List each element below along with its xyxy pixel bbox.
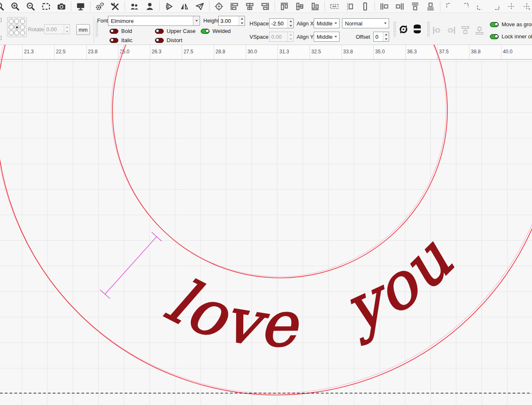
ruler-label: 32.5 (311, 49, 321, 55)
hspace-label: HSpace (250, 20, 269, 27)
align-x-combobox[interactable]: Middle (314, 18, 340, 28)
hspace-input[interactable] (270, 19, 287, 28)
anchor-radio-bottom-left[interactable] (9, 30, 14, 35)
space-top-icon[interactable] (410, 1, 420, 11)
separator (440, 1, 440, 11)
height-spinner[interactable] (218, 16, 245, 26)
ruler-label: 30.0 (247, 49, 257, 55)
center-cross-ticks-icon[interactable] (522, 1, 532, 11)
distort-toggle[interactable] (155, 38, 164, 43)
align-y-combobox[interactable]: Middle (314, 32, 340, 42)
path-flag-icon[interactable] (164, 1, 174, 11)
group-people-icon[interactable] (129, 1, 139, 11)
zoom-document-icon[interactable] (0, 1, 5, 11)
align-center-vertical-icon[interactable] (245, 1, 255, 11)
space-right-icon[interactable] (395, 1, 405, 11)
align-right-icon[interactable] (260, 1, 270, 11)
zoom-in-icon[interactable] (10, 1, 20, 11)
anchor-point-selector[interactable] (7, 17, 27, 37)
hspace-spin-buttons[interactable] (287, 19, 293, 28)
distribute-horizontal-icon[interactable] (329, 1, 339, 11)
ruler-tick (214, 45, 214, 60)
refresh-icon[interactable] (398, 24, 409, 37)
select-region-icon[interactable] (41, 1, 51, 11)
space-left-icon[interactable] (379, 1, 389, 11)
italic-toggle[interactable] (110, 38, 118, 43)
anchor-radio-middle-right[interactable] (20, 25, 25, 30)
ruler-tick (54, 45, 55, 60)
toolbar-group (92, 1, 123, 11)
corner-top-left-icon[interactable] (445, 1, 455, 11)
snap-bottom-icon[interactable] (474, 25, 485, 38)
ruler-tick (469, 45, 470, 60)
chevron-down-icon[interactable] (193, 16, 200, 25)
snap-right-icon[interactable] (446, 25, 457, 38)
vspace-spinner[interactable] (269, 32, 294, 42)
upper-case-toggle[interactable] (155, 29, 164, 34)
anchor-radio-center[interactable] (14, 25, 19, 30)
corner-top-right-icon[interactable] (460, 1, 470, 11)
welded-toggle-row: Welded (201, 28, 231, 34)
center-target-icon[interactable] (214, 1, 224, 11)
height-spin-buttons[interactable] (239, 16, 245, 25)
zoom-out-icon[interactable] (25, 1, 35, 11)
snap-left-icon[interactable] (432, 25, 442, 38)
rotate-spin-buttons[interactable] (64, 25, 70, 34)
send-plane-icon[interactable] (195, 1, 205, 11)
space-bottom-icon[interactable] (425, 1, 435, 11)
units-button[interactable]: mm (76, 24, 90, 35)
rotate-spinner[interactable] (44, 24, 70, 34)
bold-toggle[interactable] (110, 29, 118, 34)
align-x-label: Align X (297, 20, 314, 27)
toolbar-grip[interactable] (393, 21, 396, 37)
anchor-radio-bottom-center[interactable] (14, 30, 19, 35)
bold-label: Bold (121, 28, 132, 34)
database-icon[interactable] (412, 23, 423, 36)
horizontal-ruler: 21.322.523.825.026.327.528.830.031.332.5… (0, 45, 532, 60)
align-top-icon[interactable] (279, 1, 289, 11)
move-as-group-toggle[interactable] (490, 22, 499, 27)
tall-rectangle-icon[interactable] (360, 1, 370, 11)
offset-spin-buttons[interactable] (383, 32, 389, 41)
corner-bottom-right-icon[interactable] (491, 1, 501, 11)
anchor-radio-bottom-right[interactable] (20, 30, 25, 35)
welded-toggle[interactable] (201, 29, 210, 34)
monitor-icon[interactable] (75, 1, 85, 11)
offset-spinner[interactable] (373, 32, 389, 42)
align-middle-horizontal-icon[interactable] (295, 1, 305, 11)
align-bottom-icon[interactable] (310, 1, 320, 11)
align-left-icon[interactable] (229, 1, 239, 11)
offset-input[interactable] (374, 32, 383, 41)
ruler-tick (246, 45, 246, 60)
person-icon[interactable] (145, 1, 155, 11)
font-combobox[interactable]: Elmimore (108, 16, 200, 26)
anchor-radio-top-left[interactable] (9, 19, 14, 24)
ruler-tick (182, 45, 182, 60)
style-combobox[interactable]: Normal (342, 18, 389, 28)
settings-gears-icon[interactable] (95, 1, 105, 11)
vspace-spin-buttons[interactable] (287, 32, 293, 41)
ruler-label: 37.5 (439, 49, 449, 55)
snap-top-icon[interactable] (460, 25, 471, 38)
height-input[interactable] (219, 16, 239, 25)
anchor-radio-top-right[interactable] (20, 19, 25, 24)
center-cross-icon[interactable] (506, 1, 516, 11)
lock-inner-objects-toggle-row: Lock inner obje (490, 33, 532, 40)
lock-inner-objects-toggle[interactable] (490, 34, 499, 39)
toolbar-group (442, 1, 532, 11)
distribute-vertical-icon[interactable] (345, 1, 355, 11)
mirror-horizontal-icon[interactable] (179, 1, 189, 11)
main-toolbar (0, 0, 532, 12)
corner-bottom-left-icon[interactable] (475, 1, 485, 11)
tools-icon[interactable] (110, 1, 120, 11)
anchor-radio-top-center[interactable] (14, 19, 19, 24)
ruler-label: 33.8 (343, 49, 353, 55)
anchor-radio-middle-left[interactable] (9, 25, 14, 30)
camera-icon[interactable] (56, 1, 66, 11)
ruler-label: 35.0 (375, 49, 385, 55)
vspace-input[interactable] (270, 32, 287, 41)
hspace-spinner[interactable] (269, 18, 294, 28)
toolbar-grip[interactable] (427, 21, 430, 37)
separator (90, 1, 90, 11)
rotate-input[interactable] (45, 25, 64, 34)
